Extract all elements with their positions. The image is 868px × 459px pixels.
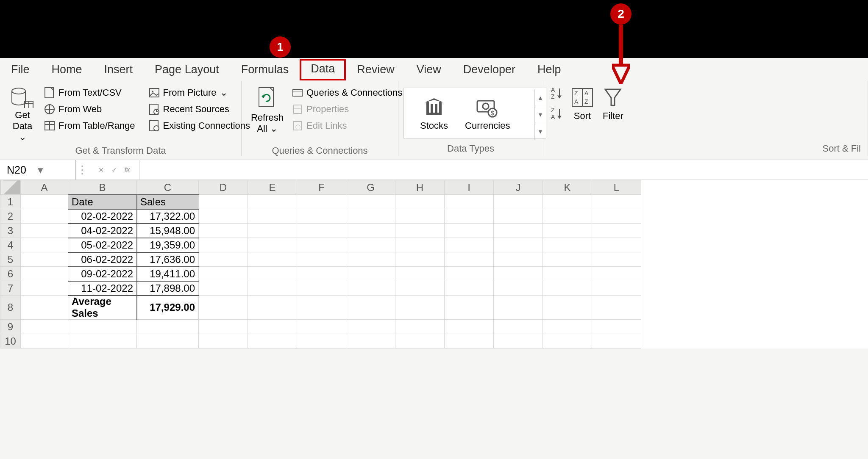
row-3[interactable]: 3 [0, 224, 21, 238]
tab-developer[interactable]: Developer [452, 60, 526, 80]
svg-text:A: A [551, 86, 555, 93]
svg-rect-26 [439, 102, 442, 113]
col-F[interactable]: F [297, 180, 346, 195]
svg-rect-17 [259, 88, 273, 106]
annotation-badge-2: 2 [610, 3, 632, 25]
from-table-range-button[interactable]: From Table/Range [40, 118, 139, 133]
cell-B3[interactable]: 04-02-2022 [68, 224, 137, 238]
group-sort-filter: A Z Z A [543, 81, 868, 156]
sort-desc-button[interactable]: Z A [550, 106, 565, 122]
tab-insert[interactable]: Insert [93, 60, 144, 80]
stocks-button[interactable]: Stocks [420, 98, 448, 131]
from-picture-button[interactable]: From Picture ⌄ [145, 85, 254, 100]
col-G[interactable]: G [346, 180, 395, 195]
col-A[interactable]: A [21, 180, 68, 195]
svg-rect-25 [426, 102, 429, 113]
row-5[interactable]: 5 [0, 252, 21, 267]
cell-B1[interactable]: Date [68, 195, 137, 209]
row-10[interactable]: 10 [0, 334, 21, 348]
row-9[interactable]: 9 [0, 320, 21, 334]
select-all-corner[interactable] [0, 180, 21, 195]
get-data-label: GetData ⌄ [9, 110, 36, 143]
cell-B8[interactable]: Average Sales [68, 296, 137, 320]
cell-C7[interactable]: 17,898.00 [137, 281, 199, 296]
queries-connections-button[interactable]: Queries & Connections [288, 85, 406, 100]
row-7[interactable]: 7 [0, 281, 21, 296]
tab-help[interactable]: Help [526, 60, 572, 80]
cell-C5[interactable]: 17,636.00 [137, 252, 199, 267]
cell-C3[interactable]: 15,948.00 [137, 224, 199, 238]
svg-text:Z: Z [551, 107, 555, 113]
cell-C2[interactable]: 17,322.00 [137, 209, 199, 224]
svg-text:Z: Z [551, 93, 555, 100]
refresh-all-button[interactable]: RefreshAll ⌄ [247, 83, 288, 143]
cancel-icon: ✕ [98, 166, 104, 174]
col-K[interactable]: K [543, 180, 592, 195]
cell-C1[interactable]: Sales [137, 195, 199, 209]
get-data-button[interactable]: GetData ⌄ [5, 83, 40, 143]
drag-handle[interactable]: ⋮ [75, 163, 89, 177]
row-1[interactable]: 1 [0, 195, 21, 209]
svg-text:A: A [584, 90, 589, 97]
tab-page-layout[interactable]: Page Layout [144, 60, 230, 80]
tab-view[interactable]: View [406, 60, 452, 80]
filter-button[interactable]: Filter [598, 83, 628, 122]
connections-icon [149, 120, 160, 132]
svg-marker-1 [612, 65, 630, 84]
cell-B4[interactable]: 05-02-2022 [68, 238, 137, 252]
row-8[interactable]: 8 [0, 296, 21, 320]
col-C[interactable]: C [137, 180, 199, 195]
recent-icon [149, 103, 160, 115]
tab-home[interactable]: Home [41, 60, 93, 80]
cell-C8[interactable]: 17,929.00 [137, 296, 199, 320]
currencies-button[interactable]: $ Currencies [465, 98, 510, 131]
annotation-badge-1: 1 [270, 36, 291, 58]
fx-icon[interactable]: fx [125, 166, 130, 174]
col-H[interactable]: H [395, 180, 445, 195]
database-icon [9, 86, 36, 108]
row-2[interactable]: 2 [0, 209, 21, 224]
tab-formulas[interactable]: Formulas [230, 60, 300, 80]
group-queries: RefreshAll ⌄ Queries & Connections Prope… [242, 81, 398, 156]
cell-B5[interactable]: 06-02-2022 [68, 252, 137, 267]
refresh-icon [256, 86, 278, 111]
col-B[interactable]: B [68, 180, 137, 195]
cell-B2[interactable]: 02-02-2022 [68, 209, 137, 224]
col-J[interactable]: J [494, 180, 543, 195]
sort-label: Sort [574, 111, 591, 122]
svg-rect-11 [150, 88, 159, 97]
cell-B6[interactable]: 09-02-2022 [68, 267, 137, 281]
grid-table[interactable]: A B C D E F G H I J K L 1DateSales 202-0… [0, 180, 641, 348]
cell-C4[interactable]: 19,359.00 [137, 238, 199, 252]
group-data-types: Stocks $ Currencies ▴ ▾ [398, 81, 543, 156]
tab-data[interactable]: Data [300, 59, 346, 80]
name-box[interactable]: N20 ▾ [0, 160, 75, 180]
chevron-down-icon[interactable]: ▾ [38, 164, 69, 176]
row-4[interactable]: 4 [0, 238, 21, 252]
from-text-csv-button[interactable]: From Text/CSV [40, 85, 139, 100]
sort-button[interactable]: Z A A Z Sort [566, 83, 598, 122]
formula-input[interactable] [139, 160, 868, 180]
web-icon [44, 103, 55, 115]
name-box-value: N20 [7, 164, 38, 176]
cell-C6[interactable]: 19,411.00 [137, 267, 199, 281]
cell-B7[interactable]: 11-02-2022 [68, 281, 137, 296]
existing-connections-button[interactable]: Existing Connections [145, 118, 254, 133]
svg-rect-0 [619, 25, 623, 65]
col-D[interactable]: D [199, 180, 248, 195]
sort-asc-button[interactable]: A Z [550, 86, 565, 101]
row-6[interactable]: 6 [0, 267, 21, 281]
col-E[interactable]: E [248, 180, 297, 195]
properties-icon [292, 103, 303, 115]
tab-file[interactable]: File [0, 60, 41, 80]
svg-rect-23 [294, 122, 301, 130]
recent-sources-button[interactable]: Recent Sources [145, 102, 254, 117]
edit-links-button: Edit Links [288, 118, 406, 133]
tab-review[interactable]: Review [346, 60, 406, 80]
data-types-gallery: Stocks $ Currencies ▴ ▾ [403, 88, 546, 138]
from-web-button[interactable]: From Web [40, 102, 139, 117]
currencies-label: Currencies [465, 120, 510, 131]
col-L[interactable]: L [592, 180, 641, 195]
queries-icon [292, 87, 303, 99]
col-I[interactable]: I [445, 180, 494, 195]
